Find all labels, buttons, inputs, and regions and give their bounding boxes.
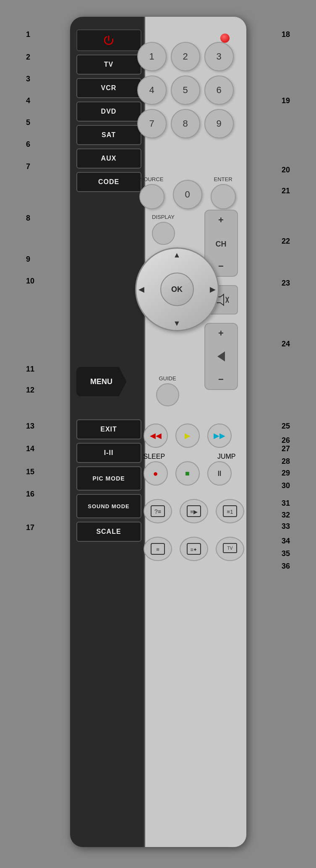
num-4-button[interactable]: 4: [137, 75, 167, 105]
dpad-up-button[interactable]: ▲: [173, 251, 181, 260]
vcr-button[interactable]: VCR: [76, 78, 141, 98]
iii-button[interactable]: I-II: [76, 443, 141, 463]
enter-button[interactable]: [211, 184, 236, 209]
num-6-button[interactable]: 6: [204, 75, 234, 105]
svg-text:≡▶: ≡▶: [190, 509, 198, 515]
ok-button[interactable]: OK: [160, 273, 194, 306]
page-wrapper: 1 2 3 4 5 6 7 8 9 10 11 12 13 14 15 16 1…: [0, 0, 316, 868]
rewind-icon: ◀◀: [150, 431, 162, 440]
label-21: 21: [282, 187, 290, 195]
indicator-dot: [220, 34, 230, 43]
label-20: 20: [282, 166, 290, 174]
remote: TV VCR DVD SAT AUX CODE MENU EXIT I-II P…: [70, 17, 246, 847]
svg-text:≡✦: ≡✦: [190, 547, 197, 553]
label-18: 18: [282, 30, 290, 39]
stop-icon: ■: [185, 469, 190, 478]
sleep-jump-labels: SLEEP JUMP: [144, 453, 236, 460]
teletext-list-icon: ≡▶: [186, 505, 201, 517]
label-3: 3: [26, 75, 30, 83]
transport-row: ◀◀ ▶ ▶▶: [144, 424, 232, 448]
source-button[interactable]: [139, 184, 165, 209]
sat-button[interactable]: SAT: [76, 125, 141, 145]
exit-button[interactable]: EXIT: [76, 419, 141, 439]
record-row: ● ■ ⏸: [144, 461, 232, 486]
ch-plus: +: [218, 215, 224, 226]
rewind-button[interactable]: ◀◀: [144, 424, 168, 448]
dvd-button[interactable]: DVD: [76, 101, 141, 122]
num-5-button[interactable]: 5: [171, 75, 200, 105]
label-32: 32: [282, 511, 290, 520]
icon-btn-4[interactable]: ≡: [144, 537, 172, 561]
source-label: SOURCE: [140, 176, 164, 182]
icon-btn-1[interactable]: ?≡: [144, 499, 172, 523]
label-28: 28: [282, 457, 290, 466]
display-label: DISPLAY: [152, 214, 175, 220]
dpad-right-button[interactable]: ▶: [210, 285, 216, 294]
num-3-button[interactable]: 3: [204, 42, 234, 71]
label-5: 5: [26, 118, 30, 127]
label-19: 19: [282, 96, 290, 105]
sleep-label: SLEEP: [144, 453, 165, 460]
num-7-button[interactable]: 7: [137, 109, 167, 138]
menu-button[interactable]: MENU: [76, 367, 127, 396]
icon-btn-3[interactable]: ≡1: [216, 499, 244, 523]
vol-icon: [217, 351, 225, 361]
display-button[interactable]: [152, 222, 175, 245]
num-0-button[interactable]: 0: [173, 180, 202, 209]
label-9: 9: [26, 255, 30, 264]
label-1: 1: [26, 30, 30, 39]
picmode-button[interactable]: PIC MODE: [76, 466, 141, 491]
teletext-index-icon: ≡1: [222, 505, 238, 517]
guide-button[interactable]: [156, 383, 179, 406]
label-31: 31: [282, 499, 290, 508]
label-6: 6: [26, 140, 30, 149]
scale-button[interactable]: SCALE: [76, 522, 141, 542]
enter-label: ENTER: [214, 176, 232, 182]
record-button[interactable]: ●: [144, 461, 168, 486]
vol-minus: −: [218, 374, 224, 385]
soundmode-button[interactable]: SOUND MODE: [76, 494, 141, 518]
label-10: 10: [26, 277, 34, 286]
subtitle-icon: ≡: [150, 543, 165, 555]
label-8: 8: [26, 214, 30, 223]
icon-btn-5[interactable]: ≡✦: [180, 537, 208, 561]
ff-icon: ▶▶: [214, 431, 225, 440]
stop-button[interactable]: ■: [175, 461, 200, 486]
zero-area: 0: [173, 180, 202, 209]
num-2-button[interactable]: 2: [171, 42, 200, 71]
num-1-button[interactable]: 1: [137, 42, 167, 71]
record-icon: ●: [153, 469, 158, 478]
svg-text:≡1: ≡1: [227, 509, 233, 515]
label-34: 34: [282, 537, 290, 546]
num-8-button[interactable]: 8: [171, 109, 200, 138]
source-enter-row: SOURCE 0 ENTER: [139, 176, 236, 209]
svg-text:≡: ≡: [156, 546, 159, 553]
icon-row-2: ≡ ≡✦ TV: [144, 537, 244, 561]
ch-minus: −: [218, 261, 224, 272]
ff-button[interactable]: ▶▶: [207, 424, 232, 448]
icon-btn-6[interactable]: TV: [216, 537, 244, 561]
dpad-container: ▲ ▼ ◀ ▶ OK: [135, 247, 219, 331]
label-23: 23: [282, 279, 290, 288]
icon-row-1: ?≡ ≡▶ ≡1: [144, 499, 244, 523]
pause-button[interactable]: ⏸: [207, 461, 232, 486]
power-button[interactable]: [76, 29, 141, 51]
label-4: 4: [26, 96, 30, 105]
power-icon: [103, 34, 115, 46]
vol-rocker[interactable]: + −: [204, 323, 238, 390]
tv-button[interactable]: TV: [76, 55, 141, 75]
aux-button[interactable]: AUX: [76, 148, 141, 169]
icon-btn-2[interactable]: ≡▶: [180, 499, 208, 523]
play-button[interactable]: ▶: [175, 424, 200, 448]
dpad-down-button[interactable]: ▼: [173, 319, 181, 328]
num-9-button[interactable]: 9: [204, 109, 234, 138]
dpad-left-button[interactable]: ◀: [138, 285, 144, 294]
label-29: 29: [282, 469, 290, 478]
tv-icon: TV: [222, 543, 238, 555]
label-30: 30: [282, 481, 290, 490]
remote-container: TV VCR DVD SAT AUX CODE MENU EXIT I-II P…: [70, 17, 246, 851]
code-button[interactable]: CODE: [76, 172, 141, 192]
vol-block: + −: [204, 323, 238, 390]
label-11: 11: [26, 365, 34, 374]
svg-text:TV: TV: [227, 546, 232, 551]
